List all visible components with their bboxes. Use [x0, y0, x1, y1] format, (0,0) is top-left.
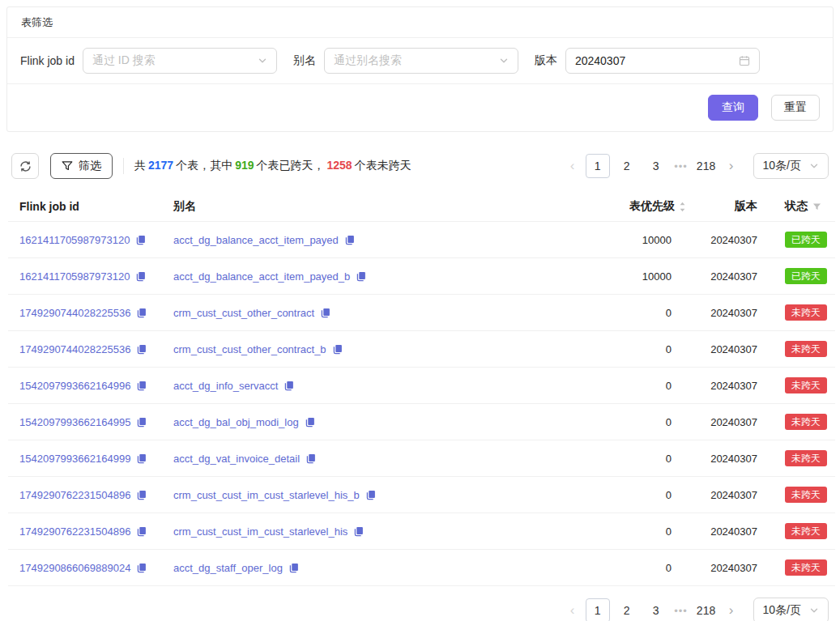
- alias-link[interactable]: acct_dg_info_servacct: [173, 380, 278, 392]
- status-badge: 未跨天: [785, 487, 827, 503]
- prev-page-button[interactable]: ‹: [562, 154, 583, 178]
- priority-value: 10000: [589, 222, 693, 258]
- copy-icon[interactable]: [332, 344, 343, 355]
- status-badge: 未跨天: [785, 414, 827, 430]
- alias-link[interactable]: crm_cust_cust_im_cust_starlevel_his_b: [173, 489, 360, 501]
- version-value: 20240307: [693, 295, 767, 331]
- page-button-last[interactable]: 218: [694, 154, 718, 178]
- chevron-down-icon: [809, 161, 819, 171]
- pagination-top: ‹ 1 2 3 ••• 218 › 10条/页: [562, 153, 829, 179]
- version-value: 20240307: [575, 54, 625, 67]
- copy-icon[interactable]: [136, 563, 147, 573]
- copy-icon[interactable]: [136, 526, 147, 537]
- copy-icon[interactable]: [353, 526, 364, 537]
- alias-link[interactable]: crm_cust_cust_other_contract_b: [173, 343, 326, 355]
- job-id-link[interactable]: 1621411705987973120: [19, 234, 130, 246]
- table-row: 1749290762231504896 crm_cust_cust_im_cus…: [8, 513, 835, 550]
- alias-link[interactable]: acct_dg_staff_oper_log: [173, 562, 283, 574]
- copy-icon[interactable]: [284, 381, 294, 391]
- table-row: 1621411705987973120 acct_dg_balance_acct…: [8, 222, 835, 258]
- next-page-button[interactable]: ›: [721, 154, 742, 178]
- priority-value: 0: [589, 368, 693, 404]
- filter-fields-row: Flink job id 通过 ID 搜索 别名 通过别名搜索 版本 20240…: [7, 38, 833, 84]
- page-button-1[interactable]: 1: [586, 598, 610, 621]
- copy-icon[interactable]: [136, 308, 147, 318]
- bottom-pagination-bar: ‹ 1 2 3 ••• 218 › 10条/页: [11, 598, 829, 621]
- page-button-3[interactable]: 3: [644, 598, 668, 621]
- job-id-link[interactable]: 1621411705987973120: [19, 270, 130, 283]
- reset-button[interactable]: 重置: [771, 95, 820, 121]
- alias-select[interactable]: 通过别名搜索: [324, 48, 518, 74]
- refresh-button[interactable]: [11, 153, 39, 179]
- not-crossed-count: 1258: [327, 159, 352, 172]
- query-button[interactable]: 查询: [708, 95, 758, 121]
- version-value: 20240307: [693, 258, 767, 295]
- version-value: 20240307: [693, 331, 767, 368]
- sort-icon[interactable]: [679, 201, 686, 213]
- priority-value: 0: [589, 477, 693, 513]
- pagination-ellipsis[interactable]: •••: [671, 160, 692, 172]
- job-id-link[interactable]: 1749290744028225536: [19, 307, 130, 319]
- col-header-alias: 别名: [167, 192, 589, 222]
- status-badge: 未跨天: [785, 341, 827, 357]
- job-id-link[interactable]: 1542097993662164995: [19, 416, 130, 428]
- pagination-ellipsis[interactable]: •••: [671, 605, 692, 617]
- priority-value: 0: [589, 513, 693, 550]
- alias-link[interactable]: crm_cust_cust_im_cust_starlevel_his: [173, 525, 348, 538]
- results-table: Flink job id 别名 表优先级 版本 状态: [8, 192, 835, 586]
- filter-actions-row: 查询 重置: [7, 84, 833, 131]
- copy-icon[interactable]: [320, 308, 330, 318]
- version-value: 20240307: [693, 550, 767, 586]
- job-id-link[interactable]: 1542097993662164999: [19, 453, 130, 465]
- alias-link[interactable]: acct_dg_balance_acct_item_payed: [173, 234, 339, 246]
- page-size-select[interactable]: 10条/页: [753, 598, 829, 621]
- copy-icon[interactable]: [344, 235, 355, 245]
- col-header-job-id: Flink job id: [8, 192, 167, 222]
- col-header-status: 状态: [767, 192, 835, 222]
- chevron-down-icon: [258, 56, 267, 66]
- copy-icon[interactable]: [135, 271, 146, 282]
- alias-link[interactable]: acct_dg_vat_invoice_detail: [173, 453, 300, 465]
- copy-icon[interactable]: [136, 417, 147, 427]
- job-id-link[interactable]: 1749290762231504896: [19, 489, 130, 501]
- page-size-value: 10条/页: [763, 603, 801, 618]
- page-button-last[interactable]: 218: [694, 598, 718, 621]
- job-id-select[interactable]: 通过 ID 搜索: [83, 48, 277, 74]
- copy-icon[interactable]: [288, 563, 299, 573]
- alias-link[interactable]: crm_cust_cust_other_contract: [173, 307, 314, 319]
- version-value: 20240307: [693, 477, 767, 513]
- copy-icon[interactable]: [136, 381, 147, 391]
- chevron-down-icon: [809, 606, 819, 615]
- page-button-3[interactable]: 3: [644, 154, 668, 178]
- version-value: 20240307: [693, 513, 767, 550]
- filter-toggle-button[interactable]: 筛选: [50, 153, 113, 179]
- priority-value: 0: [589, 404, 693, 440]
- copy-icon[interactable]: [136, 490, 147, 500]
- page-size-value: 10条/页: [763, 159, 801, 173]
- copy-icon[interactable]: [136, 453, 147, 464]
- job-id-placeholder: 通过 ID 搜索: [92, 53, 156, 68]
- job-id-link[interactable]: 1749290762231504896: [19, 525, 130, 538]
- copy-icon[interactable]: [136, 344, 147, 355]
- copy-icon[interactable]: [356, 271, 366, 282]
- page-button-2[interactable]: 2: [615, 154, 639, 178]
- version-date-picker[interactable]: 20240307: [565, 48, 760, 74]
- page-root: 表筛选 Flink job id 通过 ID 搜索 别名 通过别名搜索 版本 2…: [0, 0, 840, 621]
- table-row: 1542097993662164999 acct_dg_vat_invoice_…: [8, 440, 835, 477]
- copy-icon[interactable]: [365, 490, 376, 500]
- page-button-2[interactable]: 2: [615, 598, 639, 621]
- copy-icon[interactable]: [305, 453, 316, 464]
- status-filter-icon[interactable]: [812, 202, 821, 211]
- job-id-link[interactable]: 1749290744028225536: [19, 343, 130, 355]
- page-button-1[interactable]: 1: [586, 154, 610, 178]
- table-row: 1542097993662164996 acct_dg_info_servacc…: [8, 368, 835, 404]
- job-id-link[interactable]: 1542097993662164996: [19, 380, 130, 392]
- alias-link[interactable]: acct_dg_bal_obj_modi_log: [173, 416, 299, 428]
- copy-icon[interactable]: [305, 417, 315, 427]
- alias-link[interactable]: acct_dg_balance_acct_item_payed_b: [173, 270, 350, 283]
- next-page-button[interactable]: ›: [721, 598, 742, 621]
- page-size-select[interactable]: 10条/页: [753, 153, 829, 179]
- copy-icon[interactable]: [135, 235, 146, 245]
- prev-page-button[interactable]: ‹: [562, 598, 583, 621]
- job-id-link[interactable]: 1749290866069889024: [19, 562, 130, 574]
